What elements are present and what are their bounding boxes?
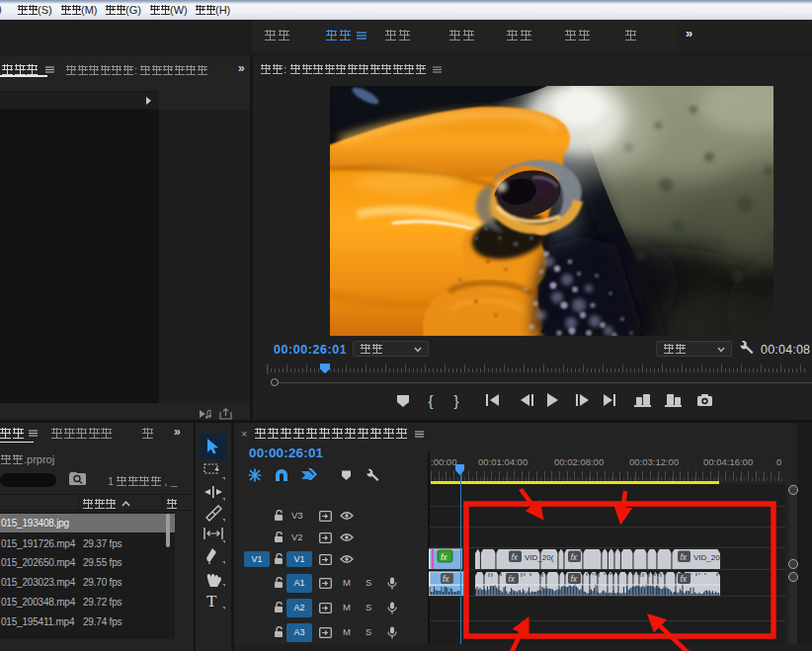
svg-text:fx: fx xyxy=(681,552,688,562)
svg-text:VID_20(: VID_20( xyxy=(693,553,723,562)
svg-text:T: T xyxy=(206,592,217,610)
svg-text:{: { xyxy=(428,392,433,409)
svg-text:fx: fx xyxy=(681,574,688,584)
svg-text:VID_20(: VID_20( xyxy=(525,553,554,562)
svg-text:fx: fx xyxy=(512,552,519,562)
svg-text:fx: fx xyxy=(571,574,578,584)
svg-text:}: } xyxy=(453,392,458,409)
svg-text:fx: fx xyxy=(571,552,578,562)
svg-text:fx: fx xyxy=(441,552,447,562)
svg-text:fx: fx xyxy=(443,574,449,584)
